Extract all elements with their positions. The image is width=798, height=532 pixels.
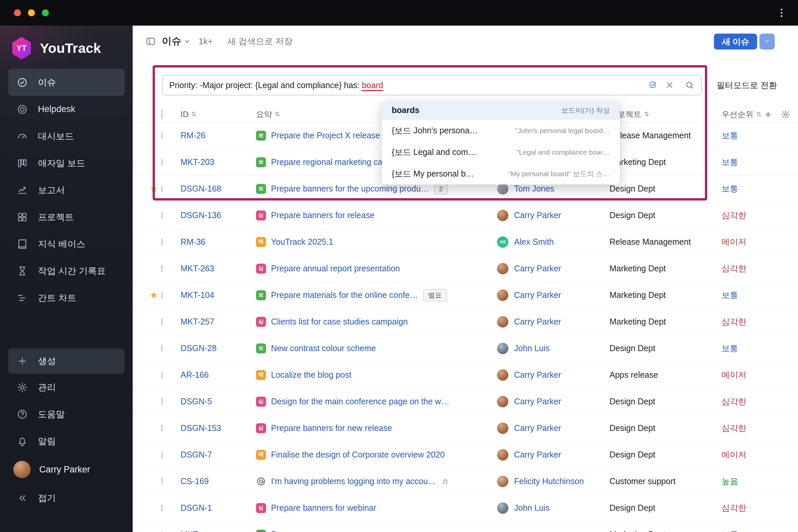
sidebar-item-bell[interactable]: 알림 bbox=[8, 428, 125, 455]
clear-search-icon[interactable] bbox=[665, 80, 674, 90]
assignee-link[interactable]: Carry Parker bbox=[514, 397, 561, 406]
row-checkbox[interactable] bbox=[161, 239, 163, 245]
user-menu[interactable]: Carry Parker bbox=[8, 455, 125, 484]
table-row[interactable]: ★ DSGN-136 심 Prepare banners for release… bbox=[133, 202, 798, 229]
column-header-priority[interactable]: 우선순위⇅ bbox=[713, 109, 765, 120]
issue-id-link[interactable]: DSGN-7 bbox=[180, 450, 212, 459]
row-checkbox[interactable] bbox=[161, 265, 163, 272]
page-title[interactable]: 이슈 bbox=[162, 35, 181, 48]
issue-summary-link[interactable]: Prepare banners for release bbox=[271, 210, 374, 220]
issue-id-link[interactable]: MKT-203 bbox=[180, 157, 214, 167]
row-checkbox[interactable] bbox=[161, 424, 163, 432]
chevron-down-icon[interactable] bbox=[183, 37, 191, 45]
sidebar-collapse-button[interactable]: 접기 bbox=[8, 484, 125, 511]
assignee-link[interactable]: John Luis bbox=[514, 503, 550, 513]
autocomplete-item[interactable]: {보드 My personal b… "My personal board" 보… bbox=[382, 163, 620, 185]
issue-summary-link[interactable]: Prepare materials for the online confe… bbox=[271, 290, 418, 300]
issue-id-link[interactable]: DSGN-28 bbox=[180, 343, 216, 353]
issue-id-link[interactable]: RM-26 bbox=[180, 131, 206, 140]
issue-id-link[interactable]: RM-36 bbox=[180, 237, 206, 246]
autocomplete-item[interactable]: {보드 Legal and com… "Legal and compliance… bbox=[382, 141, 620, 163]
star-icon[interactable]: ★ bbox=[146, 183, 161, 194]
issue-summary-link[interactable]: Prepare annual report presentation bbox=[271, 264, 400, 273]
table-row[interactable]: ★ DSGN-7 메 Finalise the design of Corpor… bbox=[133, 441, 798, 468]
window-zoom-button[interactable] bbox=[42, 9, 49, 16]
table-row[interactable]: ★ MKT-104 보 Prepare materials for the on… bbox=[133, 282, 798, 308]
table-row[interactable]: ★ CS-169 I'm having problems logging int… bbox=[133, 468, 798, 495]
autocomplete-item[interactable]: {보드 John's persona… "John's personal leg… bbox=[382, 120, 620, 141]
assignee-link[interactable]: John Luis bbox=[514, 343, 550, 353]
issue-summary-link[interactable]: Finalise the design of Corporate overvie… bbox=[271, 450, 445, 459]
table-row[interactable]: ★ MKT-257 심 Clients list for case studie… bbox=[133, 308, 798, 335]
issue-id-link[interactable]: DSGN-153 bbox=[180, 423, 221, 433]
row-checkbox[interactable] bbox=[161, 451, 163, 458]
table-settings-icon[interactable] bbox=[781, 109, 791, 119]
assignee-link[interactable]: Carry Parker bbox=[514, 450, 561, 459]
filter-mode-link[interactable]: 필터모드로 전환 bbox=[717, 80, 777, 91]
table-row[interactable]: ★ DSGN-5 심 Design for the main conferenc… bbox=[133, 388, 798, 415]
row-checkbox[interactable] bbox=[161, 372, 163, 378]
sidebar-item-reports[interactable]: 보고서 bbox=[8, 176, 125, 204]
issue-id-link[interactable]: AR-166 bbox=[180, 370, 209, 379]
autocomplete-selected-row[interactable]: boards 보드이(가) 작성 bbox=[382, 101, 620, 120]
issue-id-link[interactable]: DSGN-168 bbox=[180, 184, 221, 193]
assignee-link[interactable]: Felicity Hutchinson bbox=[514, 476, 584, 486]
issue-id-link[interactable]: DSGN-5 bbox=[180, 397, 212, 406]
issue-id-link[interactable]: DSGN-1 bbox=[180, 503, 212, 512]
sidebar-item-agile[interactable]: 애자일 보드 bbox=[8, 150, 125, 176]
issue-summary-link[interactable]: Prepare the Project X release bbox=[271, 131, 380, 140]
row-checkbox[interactable] bbox=[161, 478, 163, 485]
table-row[interactable]: ★ DSGN-153 심 Prepare banners for new rel… bbox=[133, 415, 798, 441]
table-row[interactable]: ★ RM-36 메 YouTrack 2025.1 AS Alex Smith … bbox=[133, 229, 798, 255]
issue-summary-link[interactable]: Prepare… bbox=[271, 530, 309, 532]
window-minimize-button[interactable] bbox=[28, 9, 35, 16]
assignee-link[interactable]: Carry Parker bbox=[514, 317, 561, 326]
table-row[interactable]: ★ DSGN-1 심 Prepare banners for webinar J… bbox=[133, 495, 798, 521]
sidebar-item-dashboard[interactable]: 대시보드 bbox=[8, 123, 125, 150]
app-logo[interactable]: YT YouTrack bbox=[11, 37, 124, 59]
row-checkbox[interactable] bbox=[161, 291, 163, 299]
issue-summary-link[interactable]: Prepare banners for new release bbox=[271, 423, 392, 433]
assignee-link[interactable]: Alex Smith bbox=[514, 237, 554, 247]
star-icon[interactable]: ★ bbox=[146, 290, 161, 301]
issue-summary-link[interactable]: YouTrack 2025.1 bbox=[271, 237, 333, 247]
issue-summary-link[interactable]: Localize the blog post bbox=[271, 370, 352, 380]
table-row[interactable]: ★ MKT- 보 Prepare… Marketing Dept 보통 bbox=[133, 521, 798, 532]
assignee-link[interactable]: Tom Jones bbox=[514, 184, 554, 193]
window-close-button[interactable] bbox=[14, 9, 21, 16]
assignee-link[interactable]: Carry Parker bbox=[514, 423, 561, 433]
new-issue-dropdown-button[interactable] bbox=[759, 34, 775, 50]
issue-summary-link[interactable]: Prepare banners for webinar bbox=[271, 503, 376, 513]
query-assist-icon[interactable] bbox=[648, 80, 658, 90]
assignee-link[interactable]: Carry Parker bbox=[514, 264, 561, 273]
save-search-button[interactable]: 새 검색으로 저장 bbox=[227, 36, 292, 47]
row-checkbox[interactable] bbox=[161, 185, 163, 192]
issue-id-link[interactable]: DSGN-136 bbox=[180, 210, 221, 220]
toggle-sidebar-icon[interactable] bbox=[145, 36, 156, 46]
window-menu-icon[interactable] bbox=[775, 6, 788, 19]
issue-id-link[interactable]: MKT- bbox=[180, 530, 201, 532]
table-row[interactable]: ★ AR-166 메 Localize the blog post Carry … bbox=[133, 362, 798, 388]
issue-summary-link[interactable]: Design for the main conference page on t… bbox=[271, 397, 449, 406]
issue-id-link[interactable]: MKT-263 bbox=[180, 264, 214, 273]
issue-id-link[interactable]: MKT-104 bbox=[180, 290, 214, 300]
select-all-checkbox[interactable] bbox=[161, 109, 163, 119]
sidebar-item-plus[interactable]: 생성 bbox=[8, 348, 125, 374]
row-checkbox[interactable] bbox=[161, 505, 163, 511]
sidebar-item-issues[interactable]: 이슈 bbox=[8, 69, 125, 96]
sidebar-item-helpdesk[interactable]: Helpdesk bbox=[8, 96, 125, 123]
row-checkbox[interactable] bbox=[161, 398, 163, 405]
issue-summary-link[interactable]: I'm having problems logging into my acco… bbox=[271, 476, 436, 486]
row-checkbox[interactable] bbox=[161, 158, 163, 166]
issue-id-link[interactable]: MKT-257 bbox=[180, 317, 214, 326]
row-checkbox[interactable] bbox=[161, 531, 163, 532]
table-row[interactable]: ★ DSGN-28 보 New contrast colour scheme J… bbox=[133, 335, 798, 362]
table-row[interactable]: ★ MKT-263 심 Prepare annual report presen… bbox=[133, 255, 798, 282]
sidebar-item-kb[interactable]: 지식 베이스 bbox=[8, 230, 125, 258]
issue-summary-link[interactable]: Prepare banners for the upcoming produ… bbox=[271, 184, 429, 193]
sidebar-item-timesheet[interactable]: 작업 시간 기록표 bbox=[8, 258, 125, 284]
sidebar-item-help[interactable]: 도움말 bbox=[8, 401, 125, 428]
row-checkbox[interactable] bbox=[161, 318, 163, 325]
new-issue-button[interactable]: 새 이슈 bbox=[714, 34, 757, 50]
issue-id-link[interactable]: CS-169 bbox=[180, 476, 209, 486]
